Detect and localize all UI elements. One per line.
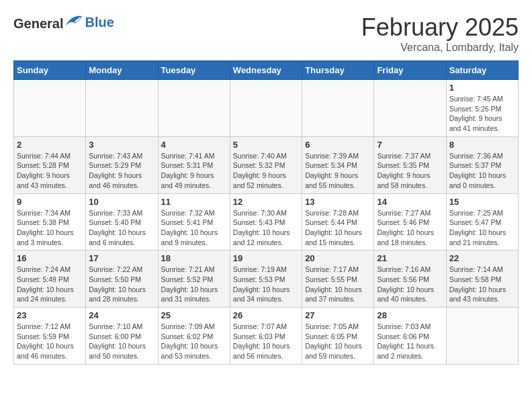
calendar-day-cell: 21Sunrise: 7:16 AMSunset: 5:56 PMDayligh… — [374, 250, 446, 308]
day-info: Sunrise: 7:33 AMSunset: 5:40 PMDaylight:… — [89, 208, 154, 248]
logo: General Blue — [13, 13, 114, 32]
day-info: Sunrise: 7:36 AMSunset: 5:37 PMDaylight:… — [449, 151, 515, 191]
calendar-day-cell: 20Sunrise: 7:17 AMSunset: 5:55 PMDayligh… — [302, 250, 374, 308]
day-info: Sunrise: 7:27 AMSunset: 5:46 PMDaylight:… — [377, 208, 443, 248]
logo-general: General — [13, 16, 63, 31]
calendar-week-row: 1Sunrise: 7:45 AMSunset: 5:26 PMDaylight… — [14, 80, 519, 137]
calendar-header-monday: Monday — [86, 61, 158, 80]
calendar-day-cell: 24Sunrise: 7:10 AMSunset: 6:00 PMDayligh… — [86, 308, 158, 365]
calendar-day-cell — [374, 80, 446, 137]
day-number: 25 — [161, 310, 227, 320]
day-number: 19 — [233, 253, 299, 263]
calendar-day-cell: 25Sunrise: 7:09 AMSunset: 6:02 PMDayligh… — [158, 308, 230, 365]
day-info: Sunrise: 7:41 AMSunset: 5:31 PMDaylight:… — [161, 151, 227, 191]
day-number: 26 — [233, 310, 299, 320]
day-number: 21 — [377, 253, 443, 263]
day-number: 9 — [17, 197, 83, 207]
calendar-header-tuesday: Tuesday — [158, 61, 230, 80]
month-title: February 2025 — [361, 13, 519, 42]
calendar-day-cell — [230, 80, 302, 137]
calendar-day-cell: 12Sunrise: 7:30 AMSunset: 5:43 PMDayligh… — [230, 193, 302, 250]
calendar-header-friday: Friday — [374, 61, 446, 80]
day-info: Sunrise: 7:43 AMSunset: 5:29 PMDaylight:… — [89, 151, 154, 191]
day-info: Sunrise: 7:40 AMSunset: 5:32 PMDaylight:… — [233, 151, 299, 191]
calendar-day-cell: 9Sunrise: 7:34 AMSunset: 5:38 PMDaylight… — [14, 193, 86, 250]
day-number: 1 — [449, 83, 515, 93]
day-number: 12 — [233, 197, 299, 207]
calendar-day-cell — [158, 80, 230, 137]
logo-blue: Blue — [85, 15, 114, 30]
day-number: 10 — [89, 197, 154, 207]
logo-bird-icon — [64, 13, 83, 28]
calendar-week-row: 2Sunrise: 7:44 AMSunset: 5:28 PMDaylight… — [14, 136, 519, 193]
calendar-day-cell: 22Sunrise: 7:14 AMSunset: 5:58 PMDayligh… — [446, 250, 518, 308]
day-number: 14 — [377, 197, 443, 207]
day-number: 17 — [89, 253, 154, 263]
day-info: Sunrise: 7:32 AMSunset: 5:41 PMDaylight:… — [161, 208, 227, 248]
day-number: 8 — [449, 140, 515, 150]
day-info: Sunrise: 7:14 AMSunset: 5:58 PMDaylight:… — [449, 265, 515, 304]
calendar-day-cell — [86, 80, 158, 137]
day-number: 6 — [305, 140, 371, 150]
calendar-day-cell: 27Sunrise: 7:05 AMSunset: 6:05 PMDayligh… — [302, 308, 374, 365]
calendar-day-cell: 26Sunrise: 7:07 AMSunset: 6:03 PMDayligh… — [230, 308, 302, 365]
day-number: 7 — [377, 140, 443, 150]
page-header: General Blue February 2025 Vercana, Lomb… — [13, 13, 519, 54]
calendar-header-thursday: Thursday — [302, 61, 374, 80]
day-number: 2 — [17, 140, 83, 150]
day-number: 20 — [305, 253, 371, 263]
calendar-day-cell: 11Sunrise: 7:32 AMSunset: 5:41 PMDayligh… — [158, 193, 230, 250]
title-section: February 2025 Vercana, Lombardy, Italy — [361, 13, 519, 54]
day-number: 18 — [161, 253, 227, 263]
calendar-day-cell: 19Sunrise: 7:19 AMSunset: 5:53 PMDayligh… — [230, 250, 302, 308]
calendar-day-cell: 28Sunrise: 7:03 AMSunset: 6:06 PMDayligh… — [374, 308, 446, 365]
calendar-day-cell: 3Sunrise: 7:43 AMSunset: 5:29 PMDaylight… — [86, 136, 158, 193]
calendar-header-wednesday: Wednesday — [230, 61, 302, 80]
calendar-day-cell: 2Sunrise: 7:44 AMSunset: 5:28 PMDaylight… — [14, 136, 86, 193]
day-number: 3 — [89, 140, 154, 150]
calendar-header-saturday: Saturday — [446, 61, 518, 80]
day-info: Sunrise: 7:07 AMSunset: 6:03 PMDaylight:… — [233, 322, 299, 361]
calendar-day-cell: 6Sunrise: 7:39 AMSunset: 5:34 PMDaylight… — [302, 136, 374, 193]
day-number: 15 — [449, 197, 515, 207]
calendar-day-cell: 23Sunrise: 7:12 AMSunset: 5:59 PMDayligh… — [14, 308, 86, 365]
day-number: 27 — [305, 310, 371, 320]
calendar-day-cell — [446, 308, 518, 365]
day-info: Sunrise: 7:44 AMSunset: 5:28 PMDaylight:… — [17, 151, 83, 191]
day-number: 11 — [161, 197, 227, 207]
calendar-day-cell: 7Sunrise: 7:37 AMSunset: 5:35 PMDaylight… — [374, 136, 446, 193]
day-info: Sunrise: 7:34 AMSunset: 5:38 PMDaylight:… — [17, 208, 83, 248]
calendar-week-row: 16Sunrise: 7:24 AMSunset: 5:49 PMDayligh… — [14, 250, 519, 308]
day-info: Sunrise: 7:22 AMSunset: 5:50 PMDaylight:… — [89, 265, 154, 304]
day-number: 13 — [305, 197, 371, 207]
location-subtitle: Vercana, Lombardy, Italy — [361, 42, 519, 54]
calendar-day-cell — [302, 80, 374, 137]
day-info: Sunrise: 7:05 AMSunset: 6:05 PMDaylight:… — [305, 322, 371, 361]
day-number: 5 — [233, 140, 299, 150]
calendar-table: SundayMondayTuesdayWednesdayThursdayFrid… — [13, 60, 519, 365]
calendar-day-cell: 13Sunrise: 7:28 AMSunset: 5:44 PMDayligh… — [302, 193, 374, 250]
day-number: 28 — [377, 310, 443, 320]
calendar-week-row: 23Sunrise: 7:12 AMSunset: 5:59 PMDayligh… — [14, 308, 519, 365]
calendar-day-cell: 14Sunrise: 7:27 AMSunset: 5:46 PMDayligh… — [374, 193, 446, 250]
calendar-day-cell: 18Sunrise: 7:21 AMSunset: 5:52 PMDayligh… — [158, 250, 230, 308]
day-info: Sunrise: 7:30 AMSunset: 5:43 PMDaylight:… — [233, 208, 299, 248]
day-info: Sunrise: 7:45 AMSunset: 5:26 PMDaylight:… — [449, 94, 515, 134]
calendar-week-row: 9Sunrise: 7:34 AMSunset: 5:38 PMDaylight… — [14, 193, 519, 250]
calendar-day-cell: 4Sunrise: 7:41 AMSunset: 5:31 PMDaylight… — [158, 136, 230, 193]
calendar-day-cell: 8Sunrise: 7:36 AMSunset: 5:37 PMDaylight… — [446, 136, 518, 193]
day-info: Sunrise: 7:25 AMSunset: 5:47 PMDaylight:… — [449, 208, 515, 248]
calendar-day-cell: 17Sunrise: 7:22 AMSunset: 5:50 PMDayligh… — [86, 250, 158, 308]
day-number: 22 — [449, 253, 515, 263]
day-number: 4 — [161, 140, 227, 150]
calendar-header-sunday: Sunday — [14, 61, 86, 80]
day-info: Sunrise: 7:37 AMSunset: 5:35 PMDaylight:… — [377, 151, 443, 191]
day-info: Sunrise: 7:17 AMSunset: 5:55 PMDaylight:… — [305, 265, 371, 304]
day-info: Sunrise: 7:39 AMSunset: 5:34 PMDaylight:… — [305, 151, 371, 191]
day-number: 16 — [17, 253, 83, 263]
day-info: Sunrise: 7:09 AMSunset: 6:02 PMDaylight:… — [161, 322, 227, 361]
calendar-day-cell: 15Sunrise: 7:25 AMSunset: 5:47 PMDayligh… — [446, 193, 518, 250]
calendar-header-row: SundayMondayTuesdayWednesdayThursdayFrid… — [14, 61, 519, 80]
day-info: Sunrise: 7:03 AMSunset: 6:06 PMDaylight:… — [377, 322, 443, 361]
day-info: Sunrise: 7:24 AMSunset: 5:49 PMDaylight:… — [17, 265, 83, 304]
